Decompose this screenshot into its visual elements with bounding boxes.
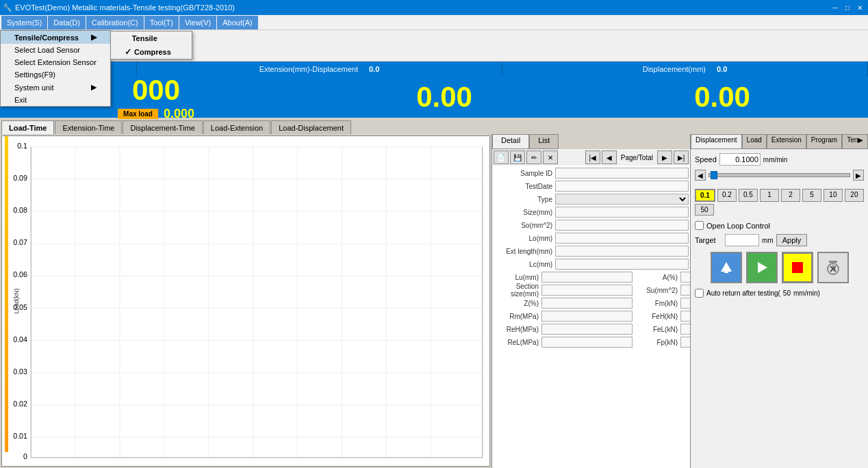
rel-input[interactable] xyxy=(541,337,633,348)
menu-compress[interactable]: ✓ Compress xyxy=(111,45,192,59)
ext-length-input[interactable] xyxy=(555,246,689,257)
speed-btn-0-2[interactable]: 0.2 xyxy=(717,189,737,202)
feh-half: FeH(kN) xyxy=(633,310,690,322)
speed-btn-2[interactable]: 2 xyxy=(781,189,800,202)
tab-displacement-time[interactable]: Displacement-Time xyxy=(123,120,202,134)
speed-btn-10[interactable]: 10 xyxy=(824,189,843,202)
chart-svg: 0.1 0.09 0.08 0.07 0.06 0.05 0.04 0.03 0… xyxy=(5,140,486,463)
svg-text:3: 3 xyxy=(73,461,77,463)
slider-thumb[interactable] xyxy=(711,171,717,179)
rm-input[interactable] xyxy=(541,311,633,322)
timer-control-button[interactable] xyxy=(817,252,849,283)
stop-control-button[interactable] xyxy=(782,252,813,283)
tab-extension-time[interactable]: Extension-Time xyxy=(55,120,122,134)
save-record-button[interactable]: 💾 xyxy=(510,151,525,164)
sample-id-input[interactable] xyxy=(555,168,689,179)
next-page-button[interactable]: ▶ xyxy=(657,151,672,164)
tab-extension[interactable]: Extension xyxy=(767,134,806,149)
main-content: Load(kN) 0.1 0.09 0.08 0.07 0.06 0.05 0.… xyxy=(0,134,868,468)
apply-button[interactable]: Apply xyxy=(776,234,808,246)
menu-about[interactable]: About(A) xyxy=(217,16,257,29)
lc-input[interactable] xyxy=(555,259,689,270)
speed-input[interactable] xyxy=(719,153,761,166)
open-loop-checkbox[interactable] xyxy=(695,221,704,230)
minimize-button[interactable]: ─ xyxy=(830,2,841,13)
chart-scale-indicator xyxy=(5,136,8,452)
speed-btn-50[interactable]: 50 xyxy=(695,204,714,216)
menu-view[interactable]: View(V) xyxy=(179,16,216,29)
tab-displacement[interactable]: Displacement xyxy=(691,134,742,149)
so-input[interactable] xyxy=(555,220,689,231)
menu-tensile[interactable]: Tensile xyxy=(111,31,192,45)
fel-input[interactable] xyxy=(680,324,690,335)
menu-system-unit[interactable]: System unit xyxy=(1,81,110,94)
lu-half: Lu(mm) xyxy=(494,271,633,283)
reh-fel-row: ReH(MPa) FeL(kN) xyxy=(494,323,689,335)
size-row: Size(mm) xyxy=(494,206,689,218)
tab-tensile[interactable]: Ten▶ xyxy=(842,134,868,149)
open-loop-row: Open Loop Control xyxy=(691,218,868,233)
maximize-button[interactable]: □ xyxy=(842,2,853,13)
speed-btn-1[interactable]: 1 xyxy=(760,189,779,202)
z-input[interactable] xyxy=(541,298,633,309)
menu-system[interactable]: System(S) xyxy=(1,16,47,29)
target-input[interactable] xyxy=(725,234,759,246)
speed-btn-5[interactable]: 5 xyxy=(802,189,821,202)
displacement-value: 0.0 xyxy=(711,65,732,73)
menu-tool[interactable]: Tool(T) xyxy=(144,16,179,29)
reh-input[interactable] xyxy=(541,324,633,335)
menu-select-extension-sensor[interactable]: Select Extension Sensor xyxy=(1,56,110,68)
feh-input[interactable] xyxy=(680,311,690,322)
close-button[interactable]: ✕ xyxy=(854,2,865,13)
menu-exit[interactable]: Exit xyxy=(1,94,110,106)
svg-text:0.03: 0.03 xyxy=(13,367,27,376)
menu-settings[interactable]: Settings(F9) xyxy=(1,68,110,81)
test-date-input[interactable] xyxy=(555,181,689,192)
menu-calibration[interactable]: Calibration(C) xyxy=(86,16,144,29)
lu-input[interactable] xyxy=(541,272,633,283)
play-control-button[interactable] xyxy=(746,252,778,283)
slider-left-button[interactable]: ◀ xyxy=(695,170,706,181)
detail-tabs: Detail List xyxy=(492,134,690,149)
last-page-button[interactable]: ▶| xyxy=(674,151,689,164)
slider-right-button[interactable]: ▶ xyxy=(853,170,864,181)
speed-btn-20[interactable]: 20 xyxy=(845,189,864,202)
tab-program[interactable]: Program xyxy=(806,134,842,149)
type-select[interactable] xyxy=(555,194,689,205)
a-input[interactable] xyxy=(680,272,690,283)
fel-label: FeL(kN) xyxy=(633,326,680,333)
tab-detail[interactable]: Detail xyxy=(492,134,529,149)
fm-input[interactable] xyxy=(680,298,690,309)
up-control-button[interactable] xyxy=(711,252,742,283)
slider-track[interactable] xyxy=(709,173,850,177)
delete-record-button[interactable]: ✕ xyxy=(543,151,558,164)
menu-select-load-sensor[interactable]: Select Load Sensor xyxy=(1,44,110,56)
fp-input[interactable] xyxy=(680,337,690,348)
tab-load-extension[interactable]: Load-Extension xyxy=(203,120,270,134)
tab-load[interactable]: Load xyxy=(742,134,767,149)
max-load-button[interactable]: Max load xyxy=(118,109,158,119)
su-input[interactable] xyxy=(680,285,690,296)
edit-record-button[interactable]: ✏ xyxy=(526,151,541,164)
title-bar: 🔧 EVOTest(Demo) Metallic materials-Tensi… xyxy=(0,0,868,15)
tab-load-time[interactable]: Load-Time xyxy=(1,120,54,134)
control-buttons xyxy=(691,248,868,287)
speed-btn-0-5[interactable]: 0.5 xyxy=(739,189,758,202)
prev-page-button[interactable]: ◀ xyxy=(602,151,617,164)
rm-feh-row: Rm(MPa) FeH(kN) xyxy=(494,310,689,322)
tab-load-displacement[interactable]: Load-Displacement xyxy=(271,120,351,134)
su-label: Su(mm^2) xyxy=(633,287,680,294)
detail-panel: Detail List 📄 💾 ✏ ✕ |◀ ◀ Page/Total ▶ ▶|… xyxy=(492,134,690,468)
new-record-button[interactable]: 📄 xyxy=(494,151,509,164)
tab-list[interactable]: List xyxy=(529,134,559,149)
svg-text:15: 15 xyxy=(249,461,257,463)
section-input[interactable] xyxy=(541,285,633,296)
tensile-compress-submenu: Tensile ✓ Compress xyxy=(110,31,192,60)
auto-return-checkbox[interactable] xyxy=(695,289,704,298)
first-page-button[interactable]: |◀ xyxy=(585,151,600,164)
menu-tensile-compress[interactable]: Tensile/Compress Tensile ✓ Compress xyxy=(1,31,110,44)
size-input[interactable] xyxy=(555,207,689,218)
lo-input[interactable] xyxy=(555,233,689,244)
speed-btn-0-1[interactable]: 0.1 xyxy=(695,189,715,202)
menu-data[interactable]: Data(D) xyxy=(48,16,86,29)
